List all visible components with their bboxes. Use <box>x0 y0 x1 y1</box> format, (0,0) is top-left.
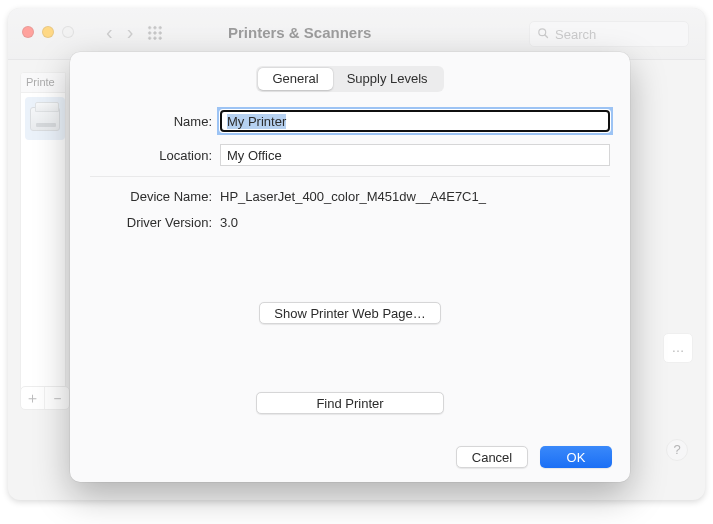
sheet-tabs: General Supply Levels <box>70 66 630 92</box>
search-input[interactable]: Search <box>529 21 689 47</box>
close-window-icon[interactable] <box>22 26 34 38</box>
help-button[interactable]: ? <box>666 439 688 461</box>
window-controls <box>22 26 74 38</box>
search-icon <box>537 27 549 42</box>
nav-controls: ‹ › <box>106 22 163 42</box>
back-icon[interactable]: ‹ <box>106 22 113 42</box>
printer-list-item[interactable] <box>25 97 65 140</box>
show-all-icon[interactable] <box>147 25 163 41</box>
forward-icon[interactable]: › <box>127 22 134 42</box>
printer-icon <box>30 107 60 131</box>
ok-button[interactable]: OK <box>540 446 612 468</box>
divider <box>90 176 610 177</box>
search-placeholder: Search <box>555 27 596 42</box>
driver-version-value: 3.0 <box>220 215 610 230</box>
show-printer-web-page-button[interactable]: Show Printer Web Page… <box>259 302 441 324</box>
name-label: Name: <box>90 114 220 129</box>
svg-line-1 <box>545 34 548 37</box>
device-name-value: HP_LaserJet_400_color_M451dw__A4E7C1_ <box>220 189 610 204</box>
device-name-label: Device Name: <box>90 189 220 204</box>
options-popup-button[interactable]: … <box>663 333 693 363</box>
printers-list: Printe <box>20 72 66 392</box>
cancel-button[interactable]: Cancel <box>456 446 528 468</box>
add-printer-button[interactable]: ＋ <box>21 387 45 409</box>
name-field[interactable] <box>220 110 610 132</box>
general-form: Name: Location: Device Name: HP_LaserJet… <box>90 104 610 235</box>
find-printer-button[interactable]: Find Printer <box>256 392 444 414</box>
driver-version-label: Driver Version: <box>90 215 220 230</box>
remove-printer-button[interactable]: － <box>45 387 69 409</box>
printer-options-sheet: General Supply Levels Name: Location: De… <box>70 52 630 482</box>
location-field[interactable] <box>220 144 610 166</box>
tab-supply-levels[interactable]: Supply Levels <box>333 68 442 90</box>
minimize-window-icon[interactable] <box>42 26 54 38</box>
location-label: Location: <box>90 148 220 163</box>
sheet-footer: Cancel OK <box>456 446 612 468</box>
tab-general[interactable]: General <box>258 68 332 90</box>
zoom-window-icon[interactable] <box>62 26 74 38</box>
printers-list-header: Printe <box>21 73 65 93</box>
add-remove-control: ＋ － <box>20 386 70 410</box>
page-title: Printers & Scanners <box>228 24 371 41</box>
